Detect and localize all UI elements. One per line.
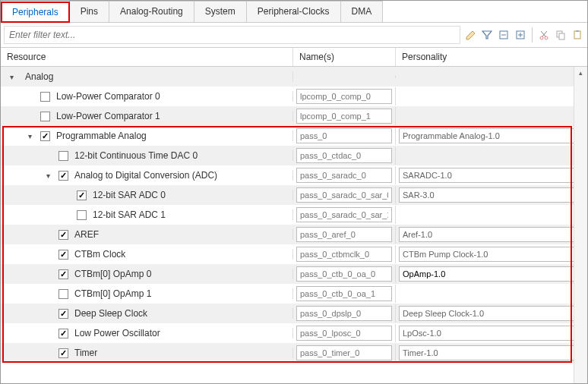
resource-cell: ▾Analog to Digital Conversion (ADC): [1, 170, 293, 181]
personality-select[interactable]: OpAmp-1.0▾: [399, 266, 584, 282]
enable-checkbox[interactable]: [58, 309, 68, 319]
name-input[interactable]: [296, 286, 392, 301]
tree-row[interactable]: ▾Analog: [1, 67, 587, 87]
tree-row[interactable]: 12-bit SAR ADC 1: [1, 205, 587, 225]
expander-icon[interactable]: ▾: [46, 172, 55, 180]
paste-icon[interactable]: [571, 28, 584, 42]
personality-cell: Aref-1.0▾: [396, 225, 587, 244]
resource-cell: ▾Programmable Analog: [1, 131, 293, 141]
resource-label: Programmable Analog: [56, 131, 147, 141]
tree-row[interactable]: ▾Programmable AnalogProgrammable Analog-…: [1, 126, 587, 146]
name-input[interactable]: [296, 128, 392, 143]
enable-checkbox[interactable]: [77, 210, 87, 220]
header-name[interactable]: Name(s): [293, 48, 396, 66]
tab-analog-routing[interactable]: Analog-Routing: [109, 1, 194, 22]
personality-label: Deep Sleep Clock-1.0: [403, 309, 484, 318]
copy-icon[interactable]: [554, 28, 567, 42]
personality-label: SAR-3.0: [403, 190, 435, 200]
resource-cell: Low-Power Comparator 0: [1, 91, 293, 102]
name-input[interactable]: [296, 89, 392, 104]
svg-point-6: [545, 36, 548, 39]
column-headers: Resource Name(s) Personality: [1, 48, 587, 67]
tree-row[interactable]: Deep Sleep ClockDeep Sleep Clock-1.0▾: [1, 304, 587, 323]
scroll-up-icon[interactable]: ▴: [574, 67, 587, 79]
name-input[interactable]: [296, 227, 392, 242]
tree-row[interactable]: Low-Power Comparator 0: [1, 87, 587, 106]
tree-row[interactable]: TimerTimer-1.0▾: [1, 343, 587, 363]
tree-row[interactable]: AREFAref-1.0▾: [1, 225, 587, 244]
tree-row[interactable]: 12-bit SAR ADC 0SAR-3.0▾: [1, 185, 587, 205]
enable-checkbox[interactable]: [58, 230, 68, 240]
personality-select[interactable]: SAR-3.0▾: [399, 187, 584, 203]
personality-cell: [396, 75, 587, 78]
name-cell: [293, 107, 396, 125]
enable-checkbox[interactable]: [58, 329, 68, 338]
resource-cell: 12-bit SAR ADC 1: [1, 209, 293, 220]
enable-checkbox[interactable]: [58, 289, 68, 299]
personality-cell: Deep Sleep Clock-1.0▾: [396, 304, 587, 323]
name-input[interactable]: [296, 168, 392, 183]
resource-label: CTBm[0] OpAmp 0: [74, 269, 151, 279]
tab-peripheral-clocks[interactable]: Peripheral-Clocks: [246, 1, 341, 22]
personality-cell: Timer-1.0▾: [396, 344, 587, 362]
name-input[interactable]: [296, 345, 392, 360]
tree-row[interactable]: Low Power OscillatorLpOsc-1.0▾: [1, 323, 587, 343]
tree-row[interactable]: Low-Power Comparator 1: [1, 106, 587, 126]
personality-select[interactable]: Aref-1.0▾: [399, 227, 584, 242]
personality-cell: CTBm Pump Clock-1.0▾: [396, 245, 587, 263]
personality-select[interactable]: SARADC-1.0▾: [399, 168, 584, 183]
tree-row[interactable]: 12-bit Continuous Time DAC 0: [1, 146, 587, 165]
clear-filter-icon[interactable]: [463, 28, 477, 42]
cut-icon[interactable]: [537, 28, 551, 42]
tree-row[interactable]: CTBm[0] OpAmp 1: [1, 284, 587, 304]
tree-row[interactable]: CTBm[0] OpAmp 0OpAmp-1.0▾: [1, 264, 587, 284]
resource-label: Analog: [25, 71, 53, 82]
config-window: Peripherals Pins Analog-Routing System P…: [0, 0, 588, 384]
resource-cell: CTBm[0] OpAmp 0: [1, 269, 293, 279]
resource-label: 12-bit Continuous Time DAC 0: [74, 150, 198, 161]
name-input[interactable]: [296, 187, 392, 203]
tab-system[interactable]: System: [194, 1, 247, 22]
expander-icon[interactable]: ▾: [28, 132, 37, 140]
enable-checkbox[interactable]: [77, 190, 87, 200]
name-cell: [293, 127, 396, 145]
collapse-all-icon[interactable]: [497, 28, 511, 42]
tree-content[interactable]: ▾AnalogLow-Power Comparator 0Low-Power C…: [1, 67, 587, 383]
filter-input[interactable]: [4, 26, 460, 44]
enable-checkbox[interactable]: [58, 269, 68, 279]
personality-select[interactable]: Timer-1.0▾: [399, 345, 584, 360]
personality-select[interactable]: CTBm Pump Clock-1.0▾: [399, 247, 584, 262]
expander-icon[interactable]: ▾: [10, 73, 19, 81]
enable-checkbox[interactable]: [58, 348, 68, 358]
tab-pins[interactable]: Pins: [69, 1, 109, 22]
enable-checkbox[interactable]: [58, 171, 68, 181]
enable-checkbox[interactable]: [40, 131, 50, 141]
name-input[interactable]: [296, 326, 392, 341]
name-input[interactable]: [296, 148, 392, 163]
name-input[interactable]: [296, 306, 392, 321]
enable-checkbox[interactable]: [40, 112, 50, 121]
name-input[interactable]: [296, 109, 392, 124]
personality-label: Timer-1.0: [403, 348, 438, 357]
name-input[interactable]: [296, 266, 392, 282]
header-resource[interactable]: Resource: [1, 48, 293, 66]
resource-label: Low-Power Comparator 1: [56, 111, 160, 121]
enable-checkbox[interactable]: [40, 92, 50, 102]
personality-select[interactable]: LpOsc-1.0▾: [399, 326, 584, 341]
name-input[interactable]: [296, 247, 392, 262]
resource-label: 12-bit SAR ADC 1: [93, 209, 166, 220]
personality-select[interactable]: Programmable Analog-1.0▾: [399, 128, 584, 143]
scrollbar[interactable]: ▴: [574, 67, 587, 383]
name-input[interactable]: [296, 207, 392, 222]
personality-select[interactable]: Deep Sleep Clock-1.0▾: [399, 306, 584, 321]
tree-row[interactable]: ▾Analog to Digital Conversion (ADC)SARAD…: [1, 165, 587, 185]
tab-peripherals[interactable]: Peripherals: [1, 2, 70, 23]
enable-checkbox[interactable]: [58, 151, 68, 161]
tree-row[interactable]: CTBm ClockCTBm Pump Clock-1.0▾: [1, 244, 587, 264]
filter-icon[interactable]: [480, 28, 494, 42]
enable-checkbox[interactable]: [58, 250, 68, 260]
tab-dma[interactable]: DMA: [340, 1, 384, 22]
header-personality[interactable]: Personality: [396, 48, 587, 66]
expand-all-icon[interactable]: [514, 28, 527, 42]
personality-label: OpAmp-1.0: [403, 269, 445, 279]
